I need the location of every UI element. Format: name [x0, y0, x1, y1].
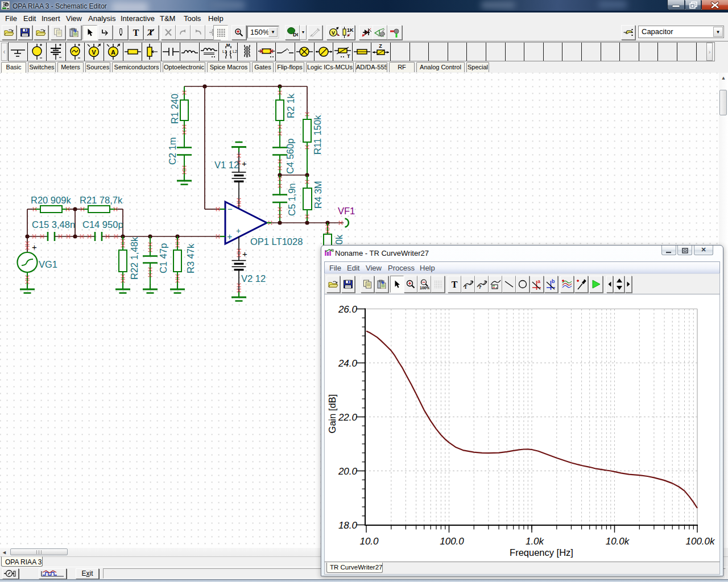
svg-text:100.0: 100.0 — [440, 536, 464, 547]
svg-text:R1 240: R1 240 — [169, 94, 180, 124]
svg-text:C1 47p: C1 47p — [158, 243, 168, 273]
svg-text:V1 12: V1 12 — [214, 160, 239, 170]
svg-text:M: M — [226, 43, 230, 48]
svg-text:T: T — [347, 53, 350, 59]
svg-text:Frequency [Hz]: Frequency [Hz] — [510, 547, 573, 558]
svg-text:10.0k: 10.0k — [606, 536, 630, 547]
svg-text:OP1 LT1028: OP1 LT1028 — [250, 236, 303, 247]
svg-text:10.0: 10.0 — [359, 536, 379, 547]
svg-text:T: T — [452, 281, 458, 288]
svg-text:V: V — [332, 30, 335, 36]
svg-text:+: + — [227, 232, 232, 242]
svg-text:?: ? — [478, 284, 482, 289]
svg-text:R11 150k: R11 150k — [312, 115, 322, 155]
svg-text:C2 1m: C2 1m — [167, 137, 177, 165]
svg-text:T: T — [464, 285, 468, 289]
svg-text:R4 3M: R4 3M — [313, 181, 323, 209]
svg-text:L1: L1 — [222, 49, 227, 53]
svg-text:+: + — [236, 226, 241, 235]
svg-text:b: b — [552, 278, 555, 284]
svg-text:+: + — [242, 159, 247, 168]
svg-text:R2 1k: R2 1k — [286, 93, 296, 118]
svg-text:+: + — [242, 249, 247, 259]
svg-text:T: T — [133, 29, 139, 36]
svg-text:R22 1,48k: R22 1,48k — [129, 236, 139, 280]
svg-text:C14 950p: C14 950p — [82, 219, 123, 230]
svg-text:C5 1,9n: C5 1,9n — [287, 183, 297, 216]
svg-text:A: A — [111, 49, 115, 56]
svg-text:1.0k: 1.0k — [526, 536, 545, 547]
svg-text:R3 47k: R3 47k — [185, 243, 196, 273]
svg-text:100%: 100% — [420, 286, 429, 290]
svg-text:1K: 1K — [347, 27, 354, 33]
svg-text:22.0: 22.0 — [338, 412, 358, 423]
svg-text:R20 909k: R20 909k — [31, 195, 71, 205]
svg-text:18.0: 18.0 — [338, 520, 358, 531]
svg-text:Z: Z — [379, 43, 383, 49]
svg-text:Gain [dB]: Gain [dB] — [327, 394, 337, 434]
svg-text:a: a — [537, 278, 541, 284]
svg-text:24.0: 24.0 — [338, 358, 358, 369]
svg-text:V: V — [92, 49, 97, 56]
svg-text:C15 3,48n: C15 3,48n — [32, 219, 75, 230]
svg-text:x: x — [496, 286, 498, 289]
svg-text:20.0: 20.0 — [338, 466, 358, 477]
svg-text:DC: DC — [293, 32, 298, 38]
svg-text:R21 78,7k: R21 78,7k — [80, 195, 123, 205]
svg-text:26.0: 26.0 — [338, 304, 358, 315]
svg-text:−: − — [228, 204, 233, 214]
svg-text:L2: L2 — [233, 49, 237, 53]
svg-text:V2 12: V2 12 — [241, 273, 266, 284]
svg-text:VG1: VG1 — [39, 259, 57, 269]
svg-text:C4 560p: C4 560p — [285, 139, 295, 174]
svg-text:+: + — [32, 242, 37, 252]
svg-text:100.0k: 100.0k — [685, 536, 715, 547]
svg-text:VF1: VF1 — [338, 206, 355, 216]
